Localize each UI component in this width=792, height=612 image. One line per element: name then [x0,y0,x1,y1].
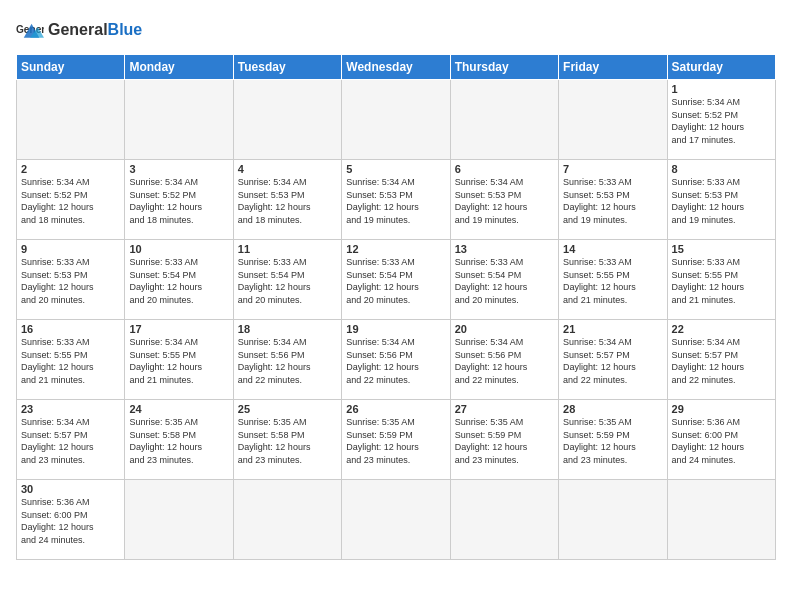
day-number: 4 [238,163,337,175]
day-info: Sunrise: 5:35 AM Sunset: 5:58 PM Dayligh… [238,416,337,466]
day-info: Sunrise: 5:34 AM Sunset: 5:53 PM Dayligh… [455,176,554,226]
calendar-cell [667,480,775,560]
calendar-cell: 12Sunrise: 5:33 AM Sunset: 5:54 PM Dayli… [342,240,450,320]
weekday-header-thursday: Thursday [450,55,558,80]
calendar-cell [233,480,341,560]
day-info: Sunrise: 5:33 AM Sunset: 5:55 PM Dayligh… [563,256,662,306]
calendar-cell: 26Sunrise: 5:35 AM Sunset: 5:59 PM Dayli… [342,400,450,480]
day-info: Sunrise: 5:34 AM Sunset: 5:53 PM Dayligh… [238,176,337,226]
day-number: 2 [21,163,120,175]
day-number: 20 [455,323,554,335]
day-info: Sunrise: 5:36 AM Sunset: 6:00 PM Dayligh… [21,496,120,546]
day-number: 7 [563,163,662,175]
calendar-cell: 16Sunrise: 5:33 AM Sunset: 5:55 PM Dayli… [17,320,125,400]
day-number: 30 [21,483,120,495]
day-number: 17 [129,323,228,335]
day-info: Sunrise: 5:33 AM Sunset: 5:54 PM Dayligh… [346,256,445,306]
calendar-cell: 24Sunrise: 5:35 AM Sunset: 5:58 PM Dayli… [125,400,233,480]
calendar-cell: 28Sunrise: 5:35 AM Sunset: 5:59 PM Dayli… [559,400,667,480]
weekday-header-friday: Friday [559,55,667,80]
weekday-header-row: SundayMondayTuesdayWednesdayThursdayFrid… [17,55,776,80]
calendar-cell [233,80,341,160]
calendar-cell: 23Sunrise: 5:34 AM Sunset: 5:57 PM Dayli… [17,400,125,480]
day-info: Sunrise: 5:36 AM Sunset: 6:00 PM Dayligh… [672,416,771,466]
day-number: 24 [129,403,228,415]
calendar-cell: 11Sunrise: 5:33 AM Sunset: 5:54 PM Dayli… [233,240,341,320]
day-number: 14 [563,243,662,255]
day-number: 19 [346,323,445,335]
calendar-cell: 15Sunrise: 5:33 AM Sunset: 5:55 PM Dayli… [667,240,775,320]
calendar-cell [342,80,450,160]
day-info: Sunrise: 5:33 AM Sunset: 5:53 PM Dayligh… [672,176,771,226]
logo-blue: Blue [108,21,143,38]
day-info: Sunrise: 5:34 AM Sunset: 5:55 PM Dayligh… [129,336,228,386]
day-number: 12 [346,243,445,255]
day-number: 1 [672,83,771,95]
calendar-cell: 18Sunrise: 5:34 AM Sunset: 5:56 PM Dayli… [233,320,341,400]
day-number: 8 [672,163,771,175]
calendar-table: SundayMondayTuesdayWednesdayThursdayFrid… [16,54,776,560]
day-info: Sunrise: 5:35 AM Sunset: 5:59 PM Dayligh… [455,416,554,466]
day-number: 9 [21,243,120,255]
day-info: Sunrise: 5:34 AM Sunset: 5:57 PM Dayligh… [563,336,662,386]
calendar-cell [125,480,233,560]
calendar-cell: 2Sunrise: 5:34 AM Sunset: 5:52 PM Daylig… [17,160,125,240]
day-number: 18 [238,323,337,335]
calendar-cell: 27Sunrise: 5:35 AM Sunset: 5:59 PM Dayli… [450,400,558,480]
calendar-week-5: 23Sunrise: 5:34 AM Sunset: 5:57 PM Dayli… [17,400,776,480]
calendar-cell: 17Sunrise: 5:34 AM Sunset: 5:55 PM Dayli… [125,320,233,400]
day-number: 5 [346,163,445,175]
calendar-cell: 29Sunrise: 5:36 AM Sunset: 6:00 PM Dayli… [667,400,775,480]
calendar-cell: 19Sunrise: 5:34 AM Sunset: 5:56 PM Dayli… [342,320,450,400]
weekday-header-wednesday: Wednesday [342,55,450,80]
calendar-cell: 1Sunrise: 5:34 AM Sunset: 5:52 PM Daylig… [667,80,775,160]
calendar-cell: 21Sunrise: 5:34 AM Sunset: 5:57 PM Dayli… [559,320,667,400]
day-number: 3 [129,163,228,175]
day-number: 26 [346,403,445,415]
calendar-week-6: 30Sunrise: 5:36 AM Sunset: 6:00 PM Dayli… [17,480,776,560]
logo: General GeneralBlue [16,16,142,44]
calendar-cell: 13Sunrise: 5:33 AM Sunset: 5:54 PM Dayli… [450,240,558,320]
day-info: Sunrise: 5:34 AM Sunset: 5:52 PM Dayligh… [21,176,120,226]
day-info: Sunrise: 5:34 AM Sunset: 5:52 PM Dayligh… [129,176,228,226]
day-number: 27 [455,403,554,415]
calendar-cell: 7Sunrise: 5:33 AM Sunset: 5:53 PM Daylig… [559,160,667,240]
weekday-header-sunday: Sunday [17,55,125,80]
calendar-cell: 14Sunrise: 5:33 AM Sunset: 5:55 PM Dayli… [559,240,667,320]
day-number: 16 [21,323,120,335]
calendar-cell: 4Sunrise: 5:34 AM Sunset: 5:53 PM Daylig… [233,160,341,240]
day-info: Sunrise: 5:35 AM Sunset: 5:59 PM Dayligh… [346,416,445,466]
day-number: 22 [672,323,771,335]
day-info: Sunrise: 5:33 AM Sunset: 5:55 PM Dayligh… [21,336,120,386]
day-info: Sunrise: 5:34 AM Sunset: 5:57 PM Dayligh… [672,336,771,386]
day-info: Sunrise: 5:33 AM Sunset: 5:53 PM Dayligh… [21,256,120,306]
calendar-cell: 22Sunrise: 5:34 AM Sunset: 5:57 PM Dayli… [667,320,775,400]
calendar-cell: 6Sunrise: 5:34 AM Sunset: 5:53 PM Daylig… [450,160,558,240]
day-info: Sunrise: 5:33 AM Sunset: 5:54 PM Dayligh… [455,256,554,306]
calendar-cell: 5Sunrise: 5:34 AM Sunset: 5:53 PM Daylig… [342,160,450,240]
weekday-header-tuesday: Tuesday [233,55,341,80]
calendar-cell [559,80,667,160]
day-number: 10 [129,243,228,255]
day-number: 21 [563,323,662,335]
calendar-cell: 8Sunrise: 5:33 AM Sunset: 5:53 PM Daylig… [667,160,775,240]
day-info: Sunrise: 5:35 AM Sunset: 5:58 PM Dayligh… [129,416,228,466]
calendar-cell [559,480,667,560]
calendar-cell [342,480,450,560]
calendar-cell [450,480,558,560]
calendar-cell [17,80,125,160]
calendar-cell: 3Sunrise: 5:34 AM Sunset: 5:52 PM Daylig… [125,160,233,240]
day-info: Sunrise: 5:34 AM Sunset: 5:53 PM Dayligh… [346,176,445,226]
day-info: Sunrise: 5:34 AM Sunset: 5:57 PM Dayligh… [21,416,120,466]
day-number: 23 [21,403,120,415]
day-number: 13 [455,243,554,255]
day-info: Sunrise: 5:35 AM Sunset: 5:59 PM Dayligh… [563,416,662,466]
calendar-cell: 20Sunrise: 5:34 AM Sunset: 5:56 PM Dayli… [450,320,558,400]
calendar-week-4: 16Sunrise: 5:33 AM Sunset: 5:55 PM Dayli… [17,320,776,400]
day-number: 25 [238,403,337,415]
day-info: Sunrise: 5:33 AM Sunset: 5:55 PM Dayligh… [672,256,771,306]
day-number: 15 [672,243,771,255]
day-number: 11 [238,243,337,255]
calendar-cell: 30Sunrise: 5:36 AM Sunset: 6:00 PM Dayli… [17,480,125,560]
calendar-cell: 10Sunrise: 5:33 AM Sunset: 5:54 PM Dayli… [125,240,233,320]
